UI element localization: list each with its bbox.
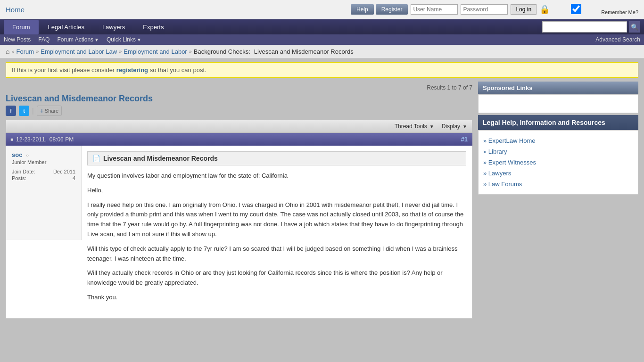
post-paragraph-0: My question involves labor and employmen…: [87, 171, 466, 181]
post-paragraph-4: Will they actually check records in Ohio…: [87, 268, 466, 288]
facebook-share-button[interactable]: f: [6, 106, 16, 116]
post-date-icon: ■: [10, 137, 13, 142]
share-plus-button[interactable]: + Share: [37, 106, 62, 116]
nav-experts[interactable]: Experts: [134, 20, 172, 34]
posts-label: Posts:: [12, 175, 26, 181]
breadcrumb-employment-law[interactable]: Employment and Labor Law: [41, 48, 117, 55]
legal-link-4[interactable]: » Law Forums: [483, 179, 633, 189]
user-role: Junior Member: [12, 159, 75, 165]
post-content: 📄 Livescan and Misdemeanor Records My qu…: [82, 146, 472, 318]
legal-link-1[interactable]: » Library: [483, 146, 633, 157]
twitter-share-button[interactable]: t: [19, 106, 29, 116]
breadcrumb-thread-title: Livescan and Misdemeanor Records: [254, 48, 354, 55]
post-user-info: soc ○ Junior Member Join Date: Dec 2011 …: [6, 146, 82, 240]
join-date-label: Join Date:: [12, 169, 35, 174]
post-title-box: 📄 Livescan and Misdemeanor Records: [87, 151, 466, 165]
register-button[interactable]: Register: [376, 4, 408, 15]
sidebar: Sponsored Links Legal Help, Information …: [478, 82, 638, 319]
password-input[interactable]: [461, 4, 508, 15]
post-body: soc ○ Junior Member Join Date: Dec 2011 …: [6, 146, 472, 319]
subnav-forum-actions[interactable]: Forum Actions▼: [57, 36, 99, 43]
breadcrumb-employment-labor[interactable]: Employment and Labor: [124, 48, 187, 55]
user-online-status: ○: [26, 153, 29, 158]
legal-link-3[interactable]: » Lawyers: [483, 168, 633, 179]
thread-tools-button[interactable]: Thread Tools ▼: [395, 123, 434, 130]
display-button[interactable]: Display ▼: [442, 123, 467, 130]
results-count: Results 1 to 7 of 7: [6, 82, 472, 94]
posts-count: 4: [73, 175, 75, 181]
post-author[interactable]: soc: [12, 151, 22, 158]
sponsored-content: [478, 94, 638, 113]
nav-legal-articles[interactable]: Legal Articles: [40, 20, 93, 34]
post-paragraph-5: Thank you.: [87, 293, 466, 303]
registering-link[interactable]: registering: [116, 66, 148, 74]
first-visit-banner: If this is your first visit please consi…: [6, 62, 638, 78]
nav-lawyers[interactable]: Lawyers: [94, 20, 133, 34]
post-time-text: 08:06 PM: [50, 136, 74, 143]
post-title: Livescan and Misdemeanor Records: [103, 155, 218, 162]
legal-help-header: Legal Help, Information and Resources: [478, 115, 638, 130]
subnav-faq[interactable]: FAQ: [38, 36, 50, 43]
join-date-value: Dec 2011: [53, 169, 75, 174]
legal-links: » ExpertLaw Home » Library » Expert Witn…: [478, 130, 638, 195]
breadcrumb-home-icon[interactable]: ⌂: [6, 48, 9, 55]
sponsored-links-header: Sponsored Links: [478, 82, 638, 94]
breadcrumb-forum[interactable]: Forum: [17, 48, 34, 55]
subnav-quick-links[interactable]: Quick Links▼: [107, 36, 141, 43]
remember-me-checkbox[interactable]: [553, 4, 600, 14]
legal-link-0[interactable]: » ExpertLaw Home: [483, 135, 633, 146]
post-doc-icon: 📄: [92, 155, 100, 162]
legal-link-2[interactable]: » Expert Witnesses: [483, 157, 633, 168]
post-number: #1: [461, 136, 468, 143]
post-header: ■ 12-23-2011, 08:06 PM #1: [6, 133, 472, 146]
remember-me-label: Remember Me?: [601, 9, 638, 15]
logo[interactable]: Home: [6, 6, 25, 14]
username-input[interactable]: [411, 4, 458, 15]
thread-tools-bar: Thread Tools ▼ Display ▼: [6, 120, 472, 133]
breadcrumb-background-checks: Background Checks:: [194, 48, 250, 55]
nav-forum[interactable]: Forum: [4, 20, 39, 34]
share-label: Share: [45, 108, 58, 114]
advanced-search-link[interactable]: Advanced Search: [595, 36, 640, 43]
post-paragraph-1: Hello,: [87, 186, 466, 196]
subnav-new-posts[interactable]: New Posts: [4, 36, 31, 43]
post-content-inner: My question involves labor and employmen…: [87, 171, 466, 313]
thread-title[interactable]: Livescan and Misdemeanor Records: [6, 94, 472, 104]
help-button[interactable]: Help: [351, 4, 374, 15]
post-paragraph-2: I really need help on this one. I am ori…: [87, 200, 466, 239]
post-paragraph-3: Will this type of check actually apply t…: [87, 244, 466, 264]
post-date-text: 12-23-2011,: [16, 136, 47, 143]
search-button[interactable]: 🔍: [629, 21, 640, 33]
search-input[interactable]: [542, 21, 627, 33]
login-button[interactable]: Log in: [511, 4, 537, 15]
